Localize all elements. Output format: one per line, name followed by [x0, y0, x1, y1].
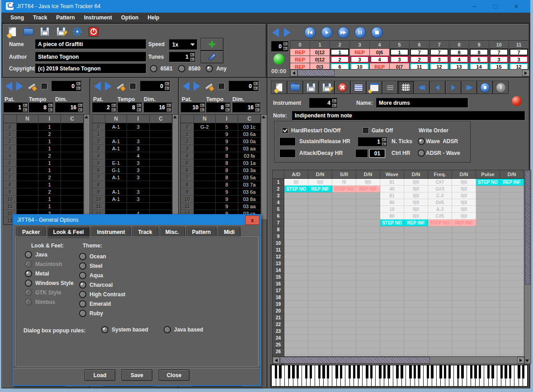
lf-option-java[interactable]: Java	[25, 250, 74, 259]
piano-black-key[interactable]	[491, 365, 494, 378]
instr-cell[interactable]	[356, 240, 380, 247]
lf-option-macintosh[interactable]: Macintosh	[25, 259, 74, 269]
pattern-cell[interactable]	[150, 123, 172, 131]
instr-cell[interactable]	[452, 301, 476, 308]
instr-cell[interactable]	[284, 294, 308, 301]
pattern-cell[interactable]	[194, 188, 216, 196]
menu-help[interactable]: Help	[143, 14, 164, 21]
seq-cell[interactable]: 1	[330, 49, 350, 56]
instr-cell[interactable]	[356, 247, 380, 253]
instr-cell[interactable]	[428, 260, 452, 267]
pattern-cell[interactable]: A-1	[105, 196, 127, 203]
instr-cell[interactable]	[284, 314, 308, 321]
instr-cell[interactable]	[452, 321, 476, 328]
scroll-right-icon[interactable]	[522, 70, 529, 76]
track-next-button[interactable]	[193, 82, 200, 91]
instr-cell[interactable]	[500, 213, 524, 219]
instr-cell[interactable]	[284, 253, 308, 260]
instr-cell[interactable]	[356, 328, 380, 335]
piano-black-key[interactable]	[505, 365, 507, 378]
pattern-cell[interactable]	[150, 167, 172, 174]
instr-test-button[interactable]	[493, 81, 509, 94]
instr-cell[interactable]	[380, 280, 404, 287]
close-button[interactable]: ×	[506, 1, 527, 11]
track-prev-button[interactable]	[5, 82, 12, 91]
seq-cell[interactable]: 4	[370, 56, 390, 63]
instr-cell[interactable]	[308, 341, 332, 348]
pattern-cell[interactable]: 2	[38, 188, 61, 196]
instr-cell[interactable]	[308, 253, 332, 260]
piano-black-key[interactable]	[297, 365, 299, 378]
pattern-cell[interactable]: 1	[38, 203, 61, 210]
instr-cell[interactable]	[284, 240, 308, 247]
instr-cell[interactable]	[452, 274, 476, 280]
sustain-release-input[interactable]	[279, 137, 296, 146]
instr-cell[interactable]	[356, 280, 380, 287]
tempo-spinner[interactable]: 8	[118, 103, 142, 112]
fast-forward-button[interactable]	[338, 27, 349, 38]
instr-cell[interactable]	[284, 274, 308, 280]
instr-cell[interactable]	[308, 219, 332, 226]
new-song-button[interactable]	[6, 26, 18, 37]
instr-cell[interactable]	[428, 335, 452, 341]
instr-cell[interactable]	[452, 247, 476, 253]
pattern-cell[interactable]	[150, 196, 172, 203]
pattern-cell[interactable]: G-1	[105, 167, 127, 174]
pattern-cell[interactable]: 1	[38, 123, 61, 131]
instr-first-button[interactable]	[414, 81, 429, 94]
instr-cell[interactable]	[308, 335, 332, 341]
instr-cell[interactable]: 0|0	[452, 186, 476, 192]
instr-cell[interactable]	[500, 206, 524, 213]
seq-cell[interactable]: 0|6	[370, 49, 390, 56]
instr-cell[interactable]: 0|0	[404, 213, 428, 219]
instr-cell[interactable]	[428, 314, 452, 321]
instr-cell[interactable]	[356, 206, 380, 213]
tempo-spinner[interactable]: 8	[29, 103, 53, 112]
instr-cell[interactable]	[476, 274, 500, 280]
instr-cell[interactable]	[308, 226, 332, 233]
instr-cell[interactable]	[284, 192, 308, 199]
instr-cell[interactable]	[476, 247, 500, 253]
instr-cell[interactable]	[476, 253, 500, 260]
instr-cell[interactable]	[404, 287, 428, 294]
piano-black-key[interactable]	[522, 365, 525, 378]
instr-cell[interactable]	[476, 213, 500, 219]
instr-stop-button[interactable]	[477, 81, 493, 94]
instr-cell[interactable]	[356, 301, 380, 308]
instr-cell[interactable]	[476, 267, 500, 274]
pattern-cell[interactable]	[194, 138, 216, 145]
instr-cell[interactable]: STEP NO	[332, 186, 356, 192]
instr-cell[interactable]	[332, 274, 356, 280]
pattern-cell[interactable]	[194, 203, 216, 210]
pattern-cell[interactable]	[127, 181, 150, 188]
pause-button[interactable]	[354, 27, 366, 38]
instr-cell[interactable]	[356, 308, 380, 314]
piano-black-key[interactable]	[509, 365, 512, 378]
pattern-cell[interactable]: 03 7a	[238, 181, 261, 188]
tab-instrument[interactable]: Instrument	[91, 227, 131, 237]
pattern-cell[interactable]: 03 fa	[238, 152, 261, 159]
song-name-input[interactable]: A piece of Graffiti	[35, 39, 146, 49]
pattern-cell[interactable]: 2	[38, 131, 61, 138]
instr-cell[interactable]	[284, 226, 308, 233]
pattern-cell[interactable]	[150, 188, 172, 196]
instr-cell[interactable]	[284, 328, 308, 335]
song-copyright-input[interactable]: (c) 2019 Stefano Tognon	[35, 64, 146, 73]
instr-cell[interactable]	[332, 240, 356, 247]
dim-spinner[interactable]: 16	[55, 103, 83, 112]
instr-cell[interactable]: REP INF	[452, 219, 476, 226]
instr-cell[interactable]	[428, 240, 452, 247]
lf-option-metal[interactable]: Metal	[25, 269, 74, 278]
instr-cell[interactable]	[356, 274, 380, 280]
seq-cell[interactable]: 3	[350, 56, 370, 63]
instr-cell[interactable]: REP INF	[308, 186, 332, 192]
instr-cell[interactable]	[476, 301, 500, 308]
instr-cell[interactable]	[404, 240, 428, 247]
pattern-cell[interactable]	[17, 181, 38, 188]
sid-option-6581[interactable]: 6581	[150, 64, 173, 73]
instr-cell[interactable]	[356, 287, 380, 294]
tab-misc-[interactable]: Misc.	[160, 227, 185, 237]
instr-cell[interactable]	[452, 287, 476, 294]
instr-cell[interactable]	[476, 328, 500, 335]
instr-cell[interactable]	[380, 253, 404, 260]
